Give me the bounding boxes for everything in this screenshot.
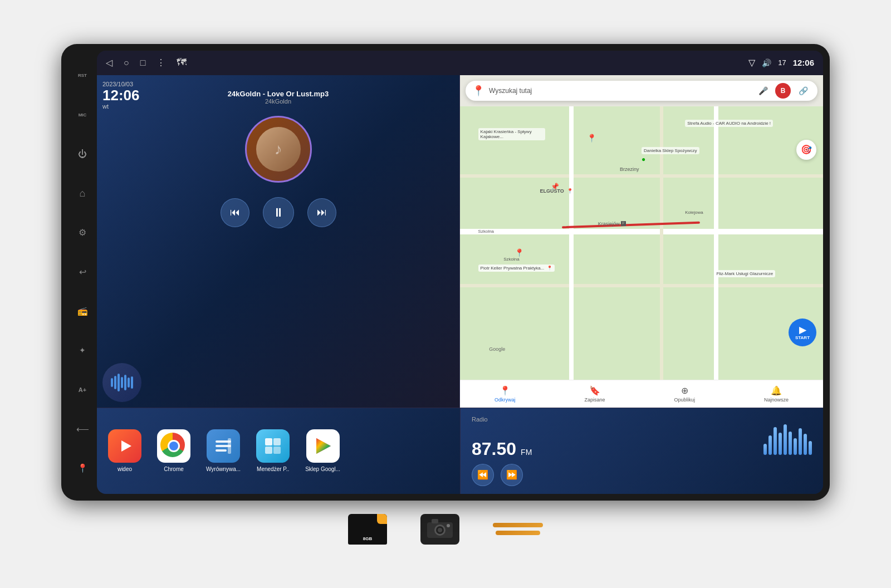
wifi-icon: ▽	[748, 57, 755, 68]
radio-icon: 📻	[77, 306, 88, 316]
road-h3	[460, 284, 823, 287]
home-icon: ⌂	[80, 188, 86, 199]
start-label: START	[795, 335, 810, 340]
maps-share-btn[interactable]: 🔗	[795, 83, 811, 99]
accessories-row: 8GB	[348, 514, 543, 545]
left-sidebar: RST MIC ⏻ ⌂ ⚙ ↩ 📻 ✦ A+ ⟵ 📍	[68, 51, 97, 494]
radio-freq-row: 87.50 FM	[472, 427, 812, 459]
sound-wave-overlay	[102, 363, 141, 402]
map-pin-green2: ●	[642, 155, 645, 163]
maps-mic-btn[interactable]: 🎤	[755, 83, 771, 99]
back-button[interactable]: ↩	[74, 263, 91, 281]
prev-button[interactable]: ⏮	[221, 198, 249, 227]
wave-bar-7	[131, 376, 133, 389]
power-button[interactable]: ⏻	[74, 145, 91, 163]
album-art	[245, 116, 312, 183]
vol-up-label: A+	[79, 386, 86, 393]
location-sidebar-button[interactable]: 📍	[74, 459, 91, 477]
road-v1	[569, 106, 574, 380]
app-wyrownywanie[interactable]: Wyrównywa...	[206, 429, 241, 472]
maps-panel: 📍 Wyszukaj tutaj 🎤 B 🔗	[460, 75, 823, 408]
maps-google-icon: 📍	[472, 85, 484, 97]
back-nav-icon[interactable]: ◁	[106, 57, 112, 68]
start-button[interactable]: ▶ START	[789, 318, 816, 346]
svg-marker-0	[121, 440, 131, 452]
app-sklep-label: Sklep Googl...	[305, 466, 340, 472]
radio-next-icon: ⏩	[506, 469, 517, 480]
viz-bar-1	[763, 444, 767, 455]
svg-rect-4	[228, 438, 231, 454]
svg-marker-10	[316, 438, 331, 454]
mic-button[interactable]: MIC	[74, 106, 91, 124]
wave-bar-2	[114, 376, 116, 389]
time-display: 12:06	[102, 87, 140, 104]
wave-bar-6	[128, 378, 130, 388]
music-controls: ⏮ ⏸ ⏭	[106, 197, 451, 228]
vol-down-icon: ⟵	[76, 424, 89, 434]
zapisane-icon: 🔖	[589, 385, 600, 396]
sd-card-item: 8GB	[348, 514, 387, 545]
recents-nav-icon[interactable]: □	[140, 58, 146, 68]
map-label-szkolna: Szkolna	[478, 229, 494, 234]
road-h1	[460, 229, 823, 234]
car-unit: RST MIC ⏻ ⌂ ⚙ ↩ 📻 ✦ A+ ⟵ 📍	[61, 44, 830, 501]
maps-search-text: Wyszukaj tutaj	[489, 87, 751, 95]
app-wideo[interactable]: wideo	[108, 429, 141, 472]
status-bar-right: ▽ 🔊 17 12:06	[748, 57, 814, 68]
wave-bar-1	[111, 378, 113, 387]
app-menedzer[interactable]: Menedżer P..	[256, 429, 290, 472]
maps-nav-opublikuj[interactable]: ⊕ Opublikuj	[674, 385, 695, 403]
app-menedzer-icon	[256, 429, 290, 463]
home-nav-icon[interactable]: ○	[124, 58, 129, 68]
music-title: 24kGoldn - Love Or Lust.mp3	[106, 90, 451, 98]
maps-nav-icon[interactable]: 🗺	[177, 57, 187, 68]
app-sklep-icon	[306, 429, 340, 463]
svg-rect-7	[265, 447, 272, 454]
radio-controls-row: ⏪ ⏩	[472, 464, 812, 486]
settings-button[interactable]: ⚙	[74, 224, 91, 242]
home-button[interactable]: ⌂	[74, 184, 91, 202]
app-menedzer-label: Menedżer P..	[257, 466, 289, 472]
radio-prev-button[interactable]: ⏪	[472, 464, 494, 486]
map-label-brzeziny: Brzeziny	[620, 166, 639, 172]
tool-bar-1	[493, 523, 543, 527]
location-button[interactable]: 🎯	[796, 140, 816, 160]
map-content-area[interactable]: Kajaki Krasieńka - Spływy Kajakowe... Da…	[460, 106, 823, 380]
app-chrome[interactable]: Chrome	[157, 429, 190, 472]
music-panel: 2023/10/03 12:06 wt 24kGoldn - Love Or L…	[97, 75, 460, 408]
maps-nav-odkrywaj[interactable]: 📍 Odkrywaj	[495, 385, 516, 403]
app-sklep[interactable]: Sklep Googl...	[305, 429, 340, 472]
zapisane-label: Zapisane	[584, 397, 605, 403]
radio-frequency: 87.50	[472, 439, 516, 459]
viz-bar-7	[794, 438, 797, 455]
svg-rect-5	[265, 438, 272, 445]
maps-nav-zapisane[interactable]: 🔖 Zapisane	[584, 385, 605, 403]
maps-user-avatar[interactable]: B	[775, 83, 791, 99]
svg-rect-8	[273, 447, 281, 454]
radio-panel: Radio 87.50 FM	[460, 408, 823, 494]
volume-level: 17	[778, 58, 786, 67]
svg-rect-3	[216, 449, 227, 452]
content-grid: 2023/10/03 12:06 wt 24kGoldn - Love Or L…	[97, 75, 823, 494]
pause-button[interactable]: ⏸	[263, 197, 294, 228]
vol-down-button[interactable]: ⟵	[74, 420, 91, 438]
maps-search-bar[interactable]: 📍 Wyszukaj tutaj 🎤 B 🔗	[466, 81, 817, 101]
rst-button[interactable]: RST	[74, 67, 91, 85]
map-pin-yellow: 📌	[551, 183, 559, 190]
location-sidebar-icon: 📍	[77, 463, 88, 473]
road-h2	[460, 174, 823, 178]
status-bar: ◁ ○ □ ⋮ 🗺 ▽ 🔊 17 12:06	[97, 51, 823, 75]
radio-label: Radio	[472, 416, 812, 423]
radio-next-button[interactable]: ⏩	[501, 464, 523, 486]
maps-nav-najnowsze[interactable]: 🔔 Najnowsze	[764, 385, 789, 403]
next-button[interactable]: ⏭	[307, 198, 336, 227]
status-bar-left: ◁ ○ □ ⋮ 🗺	[106, 57, 187, 68]
wave-bar-3	[118, 374, 120, 391]
bluetooth-button[interactable]: ✦	[74, 341, 91, 359]
more-nav-icon[interactable]: ⋮	[156, 57, 165, 68]
map-label-kolejowa: Kolejowa	[685, 210, 703, 215]
pause-icon: ⏸	[272, 205, 285, 220]
odkrywaj-label: Odkrywaj	[495, 397, 516, 403]
vol-up-button[interactable]: A+	[74, 381, 91, 399]
radio-button[interactable]: 📻	[74, 302, 91, 320]
